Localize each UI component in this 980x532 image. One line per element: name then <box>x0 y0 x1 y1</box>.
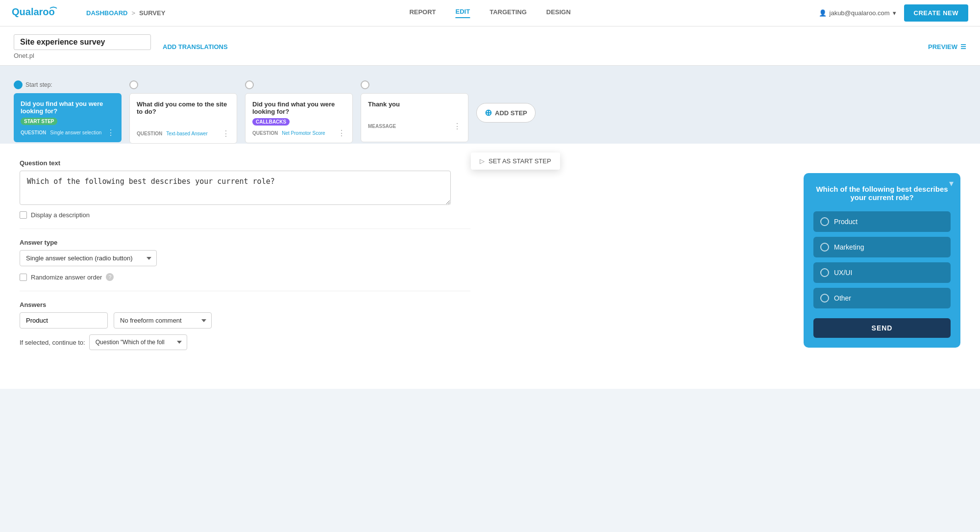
help-icon[interactable]: ? <box>106 273 114 281</box>
step-1-badges: START STEP <box>21 118 115 125</box>
preview-option-2-label: Marketing <box>834 243 864 251</box>
step-2-menu[interactable]: ⋮ <box>222 129 230 138</box>
step-3-callbacks-badge: CALLBACKS <box>252 118 290 126</box>
step-radio-3[interactable] <box>245 80 254 89</box>
survey-header: Onet.pl ADD TRANSLATIONS PREVIEW ☰ <box>0 26 980 66</box>
nav-right: 👤 jakub@qualaroo.com ▾ CREATE NEW <box>819 4 968 22</box>
step-2-answer-type: Text-based Answer <box>166 131 208 136</box>
step-3-type: QUESTION <box>252 130 278 136</box>
step-1-menu[interactable]: ⋮ <box>107 128 115 137</box>
step-card-1[interactable]: Did you find what you were looking for? … <box>14 93 122 142</box>
survey-title-container: Onet.pl <box>14 34 151 59</box>
step-radios-row: Start step: <box>14 80 966 89</box>
user-email: jakub@qualaroo.com <box>830 9 890 17</box>
preview-send-button[interactable]: SEND <box>813 318 951 338</box>
svg-text:Qualaroo: Qualaroo <box>12 6 55 17</box>
step-radio-4-wrapper <box>361 80 476 89</box>
nav-targeting[interactable]: TARGETING <box>490 8 527 18</box>
set-start-icon: ▷ <box>480 157 485 165</box>
top-nav: Qualaroo DASHBOARD > SURVEY REPORT EDIT … <box>0 0 980 26</box>
preview-option-3-label: UX/UI <box>834 269 852 277</box>
nav-design[interactable]: DESIGN <box>546 8 571 18</box>
add-step-plus-icon: ⊕ <box>485 107 492 118</box>
preview-radio-2 <box>820 243 829 252</box>
step-card-4[interactable]: Thank you MEASSAGE ⋮ <box>361 93 468 142</box>
set-start-tooltip[interactable]: ▷ SET AS START STEP <box>471 152 560 170</box>
step-4-menu[interactable]: ⋮ <box>453 122 461 131</box>
start-step-label: Start step: <box>25 81 52 88</box>
preview-panel: ▾ Which of the following best describes … <box>804 173 960 348</box>
preview-option-1-label: Product <box>834 218 858 226</box>
answer-type-select[interactable]: Single answer selection (radio button) M… <box>20 250 157 266</box>
step-2-title: What did you come to the site to do? <box>137 101 230 115</box>
user-chevron: ▾ <box>893 9 896 17</box>
step-card-3[interactable]: Did you find what you were looking for? … <box>245 93 353 143</box>
logo-text: Qualaroo <box>12 4 71 22</box>
step-radio-4[interactable] <box>361 80 369 89</box>
add-step-button[interactable]: ⊕ ADD STEP <box>476 103 536 123</box>
step-3-title: Did you find what you were looking for? <box>252 101 345 115</box>
display-description-checkbox[interactable] <box>20 211 27 219</box>
step-1-answer-type: Single answer selection <box>50 130 101 135</box>
create-new-button[interactable]: CREATE NEW <box>904 4 968 22</box>
preview-option-4[interactable]: Other <box>813 288 951 308</box>
question-textarea[interactable] <box>20 171 451 205</box>
step-1-meta: QUESTION Single answer selection ⋮ <box>21 128 115 137</box>
breadcrumb-arrow: > <box>132 9 136 17</box>
preview-radio-3 <box>820 268 829 277</box>
steps-row: Did you find what you were looking for? … <box>14 93 966 144</box>
survey-subtitle: Onet.pl <box>14 52 151 59</box>
steps-and-radios: Start step: Did you find what you were l… <box>14 75 966 144</box>
section-divider-1 <box>20 228 470 229</box>
step-1-title: Did you find what you were looking for? <box>21 100 115 115</box>
randomize-checkbox[interactable] <box>20 274 27 281</box>
step-3-meta: QUESTION Net Promotor Score ⋮ <box>252 128 345 138</box>
step-4-type: MEASSAGE <box>368 124 396 129</box>
survey-title-block: Onet.pl ADD TRANSLATIONS <box>14 34 228 59</box>
step-radio-2-wrapper <box>129 80 245 89</box>
step-1-start-badge: START STEP <box>21 118 57 125</box>
breadcrumb-survey: SURVEY <box>139 9 165 17</box>
answer-text-input[interactable] <box>20 312 108 329</box>
user-info[interactable]: 👤 jakub@qualaroo.com ▾ <box>819 9 896 17</box>
user-icon: 👤 <box>819 9 827 17</box>
randomize-label: Randomize answer order <box>31 274 102 281</box>
continue-label: If selected, continue to: <box>20 339 85 346</box>
preview-label: PREVIEW <box>928 43 957 51</box>
preview-option-3[interactable]: UX/UI <box>813 262 951 283</box>
set-start-label: SET AS START STEP <box>489 157 551 165</box>
display-description-label: Display a description <box>31 211 90 219</box>
step-2-type: QUESTION <box>137 131 162 136</box>
preview-radio-1 <box>820 217 829 226</box>
step-4-meta: MEASSAGE ⋮ <box>368 122 461 131</box>
nav-edit[interactable]: EDIT <box>456 8 470 18</box>
step-3-answer-type: Net Promotor Score <box>282 130 325 136</box>
add-translations-button[interactable]: ADD TRANSLATIONS <box>163 43 228 51</box>
step-radio-3-wrapper <box>245 80 361 89</box>
logo: Qualaroo <box>12 4 71 22</box>
preview-option-1[interactable]: Product <box>813 211 951 232</box>
step-3-badges: CALLBACKS <box>252 118 345 126</box>
survey-title-input[interactable] <box>14 34 151 50</box>
preview-question: Which of the following best describes yo… <box>813 185 951 202</box>
logo-svg: Qualaroo <box>12 4 71 19</box>
preview-radio-4 <box>820 294 829 303</box>
step-4-title: Thank you <box>368 101 461 108</box>
nav-report[interactable]: REPORT <box>409 8 436 18</box>
continue-select[interactable]: Question "Which of the foll <box>89 334 187 350</box>
step-radio-1-wrapper: Start step: <box>14 80 129 89</box>
step-1-type: QUESTION <box>21 130 46 135</box>
step-radio-2[interactable] <box>129 80 138 89</box>
preview-close-button[interactable]: ▾ <box>949 178 954 189</box>
freeform-select[interactable]: No freeform comment Allow freeform comme… <box>114 312 212 329</box>
preview-option-4-label: Other <box>834 294 851 302</box>
breadcrumb-dashboard[interactable]: DASHBOARD <box>86 9 128 17</box>
step-flow-area: Start step: Did you find what you were l… <box>0 66 980 144</box>
step-radio-1[interactable] <box>14 80 23 89</box>
step-card-2[interactable]: What did you come to the site to do? QUE… <box>129 93 237 144</box>
step-3-menu[interactable]: ⋮ <box>338 128 345 138</box>
preview-menu-icon: ☰ <box>960 43 966 51</box>
main-edit-area: Question text Display a description Answ… <box>0 144 980 389</box>
preview-button[interactable]: PREVIEW ☰ <box>928 43 966 51</box>
preview-option-2[interactable]: Marketing <box>813 237 951 257</box>
